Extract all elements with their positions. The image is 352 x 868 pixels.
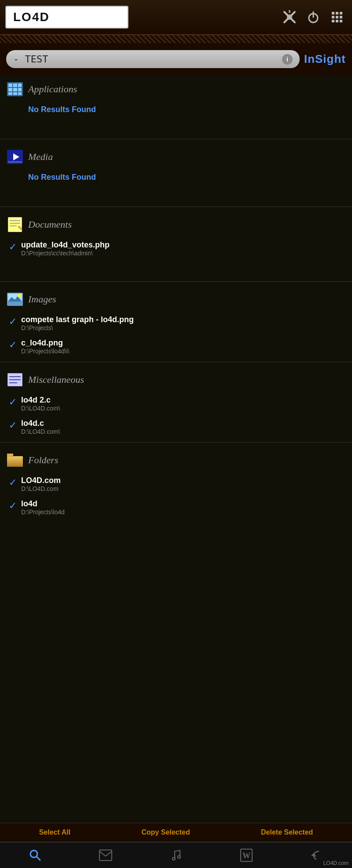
svg-rect-12	[332, 20, 334, 22]
header-icons	[280, 7, 347, 27]
svg-rect-27	[8, 161, 22, 163]
misc-name-0: lo4d 2.c	[21, 396, 60, 405]
applications-no-results: No Results Found	[0, 102, 352, 118]
folder-details-1: lo4d D:\Projects\lo4d	[21, 499, 65, 516]
section-images: Images ✓ compete last graph - lo4d.png D…	[0, 285, 352, 358]
grid-icon[interactable]	[327, 7, 347, 27]
section-header-applications: Applications	[0, 75, 352, 102]
section-title-media: Media	[28, 151, 53, 163]
svg-point-36	[18, 294, 21, 298]
check-icon-folder-1: ✓	[9, 500, 17, 512]
folder-item-1[interactable]: ✓ lo4d D:\Projects\lo4d	[0, 496, 352, 519]
folder-path-0: D:\LO4D.com	[21, 485, 61, 492]
check-icon-img-0: ✓	[9, 316, 17, 327]
section-miscellaneous: Miscellaneous ✓ lo4d 2.c D:\LO4D.com\ ✓ …	[0, 366, 352, 439]
nav-search-icon[interactable]	[24, 844, 46, 866]
section-header-images: Images	[0, 285, 352, 312]
section-header-miscellaneous: Miscellaneous	[0, 366, 352, 392]
divider-3	[0, 281, 352, 282]
svg-rect-14	[340, 20, 342, 22]
nav-word-icon[interactable]: W	[235, 844, 257, 866]
folder-path-1: D:\Projects\lo4d	[21, 508, 65, 516]
check-icon-img-1: ✓	[9, 339, 17, 351]
section-title-folders: Folders	[28, 454, 58, 466]
section-folders: Folders ✓ LO4D.com D:\LO4D.com ✓ lo4d D:…	[0, 446, 352, 519]
folder-item-0[interactable]: ✓ LO4D.com D:\LO4D.com	[0, 472, 352, 496]
misc-path-1: D:\LO4D.com\	[21, 428, 60, 435]
svg-rect-42	[7, 456, 23, 467]
img-details-0: compete last graph - lo4d.png D:\Project…	[21, 315, 134, 331]
doc-path-0: D:\Projects\cc\tech\admin\	[21, 250, 110, 257]
nav-email-icon[interactable]	[95, 844, 117, 866]
check-icon-misc-1: ✓	[9, 420, 17, 431]
folder-name-0: LO4D.com	[21, 476, 61, 485]
misc-details-0: lo4d 2.c D:\LO4D.com\	[21, 396, 60, 412]
select-all-button[interactable]: Select All	[39, 828, 70, 836]
svg-rect-22	[8, 92, 12, 95]
section-header-documents: ✎ Documents	[0, 211, 352, 237]
divider-2	[0, 207, 352, 207]
svg-rect-16	[8, 84, 12, 87]
search-input-wrap[interactable]: - TEST i	[6, 50, 300, 68]
img-item-0[interactable]: ✓ compete last graph - lo4d.png D:\Proje…	[0, 312, 352, 335]
check-icon-misc-0: ✓	[9, 396, 17, 408]
svg-rect-17	[13, 84, 17, 87]
section-title-applications: Applications	[28, 84, 77, 95]
svg-rect-7	[336, 12, 338, 15]
svg-rect-21	[18, 88, 22, 91]
media-icon	[7, 149, 23, 165]
bottom-toolbar: Select All Copy Selected Delete Selected	[0, 823, 352, 842]
misc-item-0[interactable]: ✓ lo4d 2.c D:\LO4D.com\	[0, 392, 352, 415]
svg-line-45	[37, 857, 40, 860]
svg-rect-20	[13, 88, 17, 91]
section-title-images: Images	[28, 294, 56, 305]
folder-details-0: LO4D.com D:\LO4D.com	[21, 476, 61, 492]
settings-icon[interactable]	[280, 7, 299, 27]
folders-icon	[7, 452, 23, 468]
nav-music-icon[interactable]	[165, 844, 187, 866]
images-icon	[7, 291, 23, 307]
img-path-0: D:\Projects\	[21, 324, 134, 331]
section-media: Media No Results Found	[0, 143, 352, 185]
delete-selected-button[interactable]: Delete Selected	[261, 828, 313, 836]
search-area: - TEST i InSight	[0, 43, 352, 75]
svg-point-47	[172, 857, 175, 860]
power-icon[interactable]	[304, 7, 323, 27]
svg-rect-19	[8, 88, 12, 91]
img-details-1: c_lo4d.png D:\Projects\lo4d\i\	[21, 338, 70, 355]
media-no-results: No Results Found	[0, 169, 352, 185]
app-title: LO4D	[5, 6, 128, 29]
misc-path-0: D:\LO4D.com\	[21, 405, 60, 412]
svg-rect-43	[7, 454, 13, 457]
section-title-documents: Documents	[28, 219, 72, 230]
section-applications: Applications No Results Found	[0, 75, 352, 118]
svg-rect-9	[332, 16, 334, 18]
img-item-1[interactable]: ✓ c_lo4d.png D:\Projects\lo4d\i\	[0, 335, 352, 358]
check-icon-folder-0: ✓	[9, 477, 17, 488]
svg-marker-51	[311, 853, 316, 857]
svg-rect-10	[336, 16, 338, 18]
info-icon[interactable]: i	[282, 54, 293, 65]
documents-icon: ✎	[7, 217, 23, 232]
copy-selected-button[interactable]: Copy Selected	[141, 828, 190, 836]
miscellaneous-icon	[7, 372, 23, 388]
doc-details-0: update_lo4d_votes.php D:\Projects\cc\tec…	[21, 240, 110, 257]
folder-name-1: lo4d	[21, 499, 65, 508]
img-path-1: D:\Projects\lo4d\i\	[21, 348, 70, 355]
svg-rect-13	[336, 20, 338, 22]
check-icon-doc-0: ✓	[9, 241, 17, 253]
doc-item-0[interactable]: ✓ update_lo4d_votes.php D:\Projects\cc\t…	[0, 237, 352, 260]
misc-name-1: lo4d.c	[21, 419, 60, 428]
search-input[interactable]: - TEST	[13, 54, 48, 65]
watermark: LO4D.com	[323, 860, 348, 866]
svg-point-48	[178, 856, 180, 858]
misc-item-1[interactable]: ✓ lo4d.c D:\LO4D.com\	[0, 415, 352, 439]
doc-name-0: update_lo4d_votes.php	[21, 240, 110, 250]
section-documents: ✎ Documents ✓ update_lo4d_votes.php D:\P…	[0, 211, 352, 260]
img-name-0: compete last graph - lo4d.png	[21, 315, 134, 324]
section-header-folders: Folders	[0, 446, 352, 472]
svg-rect-24	[18, 92, 22, 95]
svg-rect-11	[340, 16, 342, 18]
svg-rect-6	[332, 12, 334, 15]
header: LO4D	[0, 0, 352, 35]
